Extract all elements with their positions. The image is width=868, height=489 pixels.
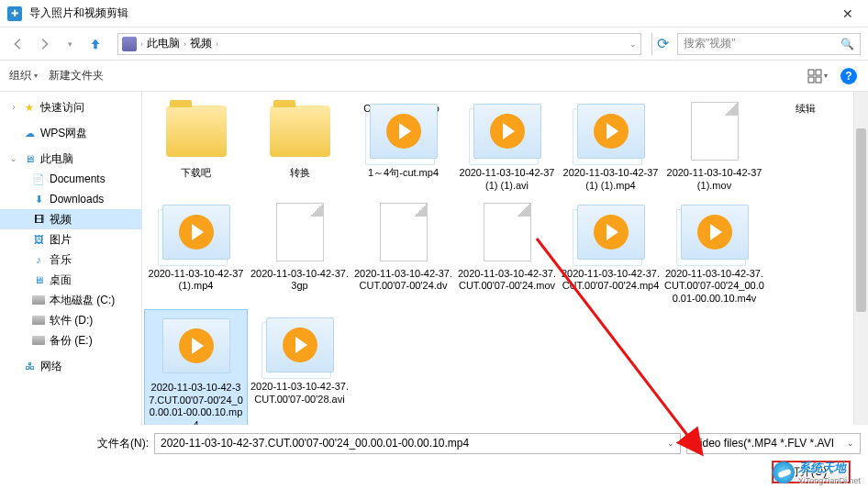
file-item[interactable]: 2020-11-03-10-42-37(1) (1).avi — [455, 95, 559, 196]
scrollbar[interactable] — [853, 92, 868, 425]
chevron-down-icon[interactable]: ⌄ — [847, 439, 854, 448]
sidebar: ›★快速访问 ☁WPS网盘 ⌄🖥此电脑 📄Documents ⬇Download… — [0, 92, 142, 425]
svg-rect-2 — [808, 77, 814, 83]
sidebar-item-quick[interactable]: ›★快速访问 — [0, 97, 141, 117]
toolbar: 组织▾ 新建文件夹 ▾ ? — [0, 61, 868, 92]
sidebar-item-network[interactable]: 🖧网络 — [0, 356, 141, 376]
star-icon: ★ — [22, 100, 37, 115]
search-input[interactable]: 搜索"视频" 🔍 — [677, 33, 861, 55]
filename-label: 文件名(N): — [97, 436, 149, 451]
file-name: 1～4句-cut.mp4 — [368, 167, 439, 180]
recent-dropdown[interactable]: ▾ — [59, 33, 81, 55]
watermark-icon — [773, 461, 795, 483]
organize-button[interactable]: 组织▾ — [9, 68, 38, 83]
file-thumb — [469, 99, 546, 163]
chevron-right-icon: › — [140, 39, 143, 49]
drive-icon — [31, 293, 46, 307]
network-icon: 🖧 — [22, 359, 37, 373]
document-icon — [484, 203, 531, 261]
file-item[interactable]: 2020-11-03-10-42-37(1).mov — [662, 95, 766, 196]
filename-input[interactable]: 2020-11-03-10-42-37.CUT.00'07-00'24_00.0… — [154, 433, 681, 454]
filetype-filter[interactable]: Video files(*.MP4 *.FLV *.AVI ⌄ — [686, 433, 861, 454]
sidebar-item-drive-c[interactable]: 本地磁盘 (C:) — [0, 290, 141, 310]
file-thumb — [158, 99, 235, 163]
svg-rect-1 — [816, 70, 821, 75]
address-bar[interactable]: › 此电脑 › 视频 › ⌄ — [117, 33, 641, 55]
file-name: 续辑 — [796, 103, 816, 116]
drive-icon — [31, 333, 46, 348]
view-options-button[interactable]: ▾ — [807, 66, 828, 86]
address-dropdown[interactable]: ⌄ — [629, 39, 637, 49]
sidebar-item-wps[interactable]: ☁WPS网盘 — [0, 123, 141, 143]
svg-rect-3 — [816, 77, 821, 83]
file-name: 2020-11-03-10-42-37(1).mov — [664, 167, 764, 193]
sidebar-item-desktop[interactable]: 🖥桌面 — [0, 270, 141, 290]
file-item[interactable]: 2020-11-03-10-42-37.CUT.00'07-00'24.mov — [455, 196, 559, 309]
document-icon — [691, 102, 739, 161]
document-icon — [380, 203, 428, 261]
file-thumb — [573, 200, 650, 264]
file-thumb — [573, 99, 650, 163]
document-icon — [276, 203, 324, 261]
search-icon: 🔍 — [840, 38, 854, 50]
file-name: 2020-11-03-10-42-37(1) (1).avi — [457, 167, 557, 193]
filename-value: 2020-11-03-10-42-37.CUT.00'07-00'24_00.0… — [161, 437, 469, 450]
sidebar-item-videos[interactable]: 🎞视频 — [0, 209, 141, 229]
breadcrumb-videos[interactable]: 视频 — [190, 36, 212, 51]
sidebar-item-music[interactable]: ♪音乐 — [0, 250, 141, 270]
folder-icon — [270, 106, 330, 157]
file-item[interactable]: 2020-11-03-10-42-37.CUT.00'07-00'24.dv — [351, 196, 455, 309]
chevron-down-icon[interactable]: ⌄ — [667, 439, 674, 448]
file-thumb — [158, 200, 235, 264]
up-button[interactable] — [84, 33, 106, 55]
file-item-selected[interactable]: 2020-11-03-10-42-37.CUT.00'07-00'24_00.0… — [144, 309, 248, 425]
file-thumb — [676, 200, 753, 264]
video-icon: 🎞 — [31, 212, 46, 227]
file-list: Converter Studio 开软件 续辑 下载吧 转换 1～4句-cut.… — [142, 92, 868, 425]
picture-icon: 🖼 — [31, 232, 46, 247]
file-thumb — [767, 92, 844, 99]
forward-button[interactable] — [33, 33, 55, 55]
sidebar-item-pictures[interactable]: 🖼图片 — [0, 229, 141, 250]
file-item[interactable]: 2020-11-03-10-42-37.CUT.00'07-00'24.mp4 — [559, 196, 662, 309]
file-thumb — [158, 314, 235, 378]
title-bar: ✚ 导入照片和视频剪辑 ✕ — [0, 0, 868, 28]
file-item[interactable]: 续辑 — [764, 92, 847, 119]
watermark: 系统天地 XiTongTianDi.net — [773, 460, 861, 485]
file-item[interactable]: 2020-11-03-10-42-37.3gp — [248, 196, 351, 309]
sidebar-item-drive-e[interactable]: 备份 (E:) — [0, 330, 141, 350]
sidebar-item-downloads[interactable]: ⬇Downloads — [0, 189, 141, 209]
search-placeholder: 搜索"视频" — [684, 36, 736, 51]
file-item[interactable]: 2020-11-03-10-42-37.CUT.00'07-00'28.avi — [248, 309, 351, 425]
file-name: 2020-11-03-10-42-37.CUT.00'07-00'24.dv — [353, 268, 453, 294]
back-button[interactable] — [7, 33, 29, 55]
file-thumb — [676, 99, 753, 163]
file-item[interactable]: 转换 — [248, 95, 351, 196]
help-button[interactable]: ? — [839, 66, 859, 86]
chevron-right-icon: › — [216, 39, 218, 49]
file-item[interactable]: 2020-11-03-10-42-37.CUT.00'07-00'24_00.0… — [662, 196, 766, 309]
file-item[interactable]: 2020-11-03-10-42-37(1) (1).mp4 — [559, 95, 662, 196]
file-item[interactable]: 1～4句-cut.mp4 — [351, 95, 455, 196]
chevron-right-icon: › — [184, 39, 186, 49]
action-row: 打开(O)▾ — [0, 461, 868, 489]
file-item[interactable]: 下载吧 — [144, 95, 248, 196]
file-thumb — [469, 200, 546, 264]
sidebar-item-drive-d[interactable]: 软件 (D:) — [0, 310, 141, 330]
file-name: 2020-11-03-10-42-37.CUT.00'07-00'24_00.0… — [147, 382, 245, 425]
sidebar-item-pc[interactable]: ⌄🖥此电脑 — [0, 149, 141, 169]
file-name: 2020-11-03-10-42-37.CUT.00'07-00'24_00.0… — [664, 268, 764, 306]
filter-label: Video files(*.MP4 *.FLV *.AVI — [693, 437, 834, 450]
breadcrumb-pc[interactable]: 此电脑 — [147, 36, 180, 51]
file-thumb — [262, 99, 339, 163]
computer-icon: 🖥 — [22, 151, 37, 166]
sidebar-item-documents[interactable]: 📄Documents — [0, 169, 141, 189]
file-name: 2020-11-03-10-42-37.CUT.00'07-00'28.avi — [250, 381, 350, 406]
close-button[interactable]: ✕ — [835, 1, 861, 27]
new-folder-button[interactable]: 新建文件夹 — [49, 68, 104, 83]
refresh-button[interactable]: ⟳ — [651, 33, 673, 55]
video-icon — [577, 205, 645, 260]
file-item[interactable]: 2020-11-03-10-42-37(1).mp4 — [144, 196, 248, 309]
file-thumb — [365, 99, 442, 163]
video-icon — [681, 205, 749, 260]
